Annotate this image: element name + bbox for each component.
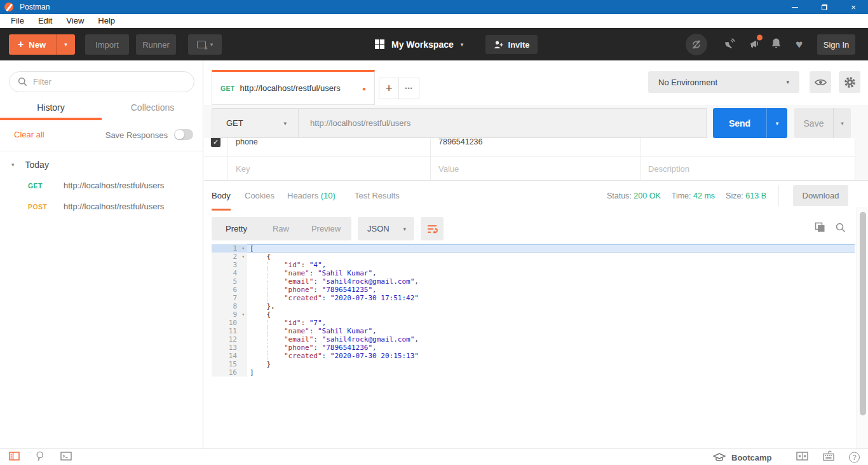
value-placeholder[interactable]: Value	[438, 164, 459, 174]
proxy-button[interactable]	[723, 37, 736, 52]
sync-disabled-button[interactable]	[686, 34, 707, 55]
menu-file[interactable]: File	[4, 14, 31, 28]
url-input[interactable]	[299, 109, 706, 137]
param-new-row[interactable]: Key Value Description	[204, 157, 855, 180]
vertical-scrollbar[interactable]	[857, 207, 868, 448]
format-selector[interactable]: JSON ▾	[358, 217, 414, 240]
view-raw[interactable]: Raw	[261, 217, 301, 240]
collapse-caret-icon[interactable]: ▾	[11, 162, 15, 168]
import-button[interactable]: Import	[85, 34, 129, 55]
new-button[interactable]: + New	[9, 34, 56, 55]
wrap-lines-button[interactable]	[421, 217, 444, 240]
code-line: ]	[247, 368, 254, 377]
tab-collections[interactable]: Collections	[102, 97, 203, 120]
description-placeholder[interactable]: Description	[648, 164, 689, 174]
bootcamp-button[interactable]: Bootcamp	[713, 449, 772, 465]
response-body-editor[interactable]: 1▾[2▾ {3 "id": "4",4 "name": "Sahil Kuma…	[212, 244, 855, 448]
toggle-sidebar-button[interactable]	[9, 452, 20, 463]
params-table: ✓ phone 7896541236 Key Value Description	[204, 138, 855, 180]
param-value[interactable]: 7896541236	[438, 138, 483, 146]
editor-line[interactable]: 6 "phone": "7896541235",	[212, 286, 855, 294]
settings-button[interactable]	[839, 71, 860, 93]
editor-line[interactable]: 13 "phone": "7896541236",	[212, 344, 855, 352]
tab-history[interactable]: History	[0, 97, 102, 120]
environment-preview-button[interactable]	[810, 71, 831, 93]
close-button[interactable]: ×	[839, 0, 868, 14]
announcements-button[interactable]	[749, 37, 761, 52]
editor-line[interactable]: 2▾ {	[212, 253, 855, 261]
editor-line[interactable]: 3 "id": "4",	[212, 261, 855, 269]
notifications-button[interactable]	[771, 37, 782, 52]
two-pane-view-button[interactable]	[796, 452, 808, 463]
tab-cookies[interactable]: Cookies	[245, 181, 275, 211]
editor-line[interactable]: 15 }	[212, 360, 855, 368]
view-preview[interactable]: Preview	[301, 217, 351, 240]
code-line: },	[247, 302, 275, 310]
fold-caret-icon[interactable]: ▾	[241, 244, 245, 253]
line-number: 7	[233, 294, 237, 302]
key-placeholder[interactable]: Key	[236, 164, 250, 174]
history-item[interactable]: GEThttp://localhost/restful/users	[0, 175, 203, 196]
param-key[interactable]: phone	[236, 138, 258, 146]
clear-all-link[interactable]: Clear all	[14, 130, 44, 139]
minimize-button[interactable]	[780, 0, 810, 14]
new-window-button[interactable]: ▾	[188, 34, 222, 55]
view-pretty[interactable]: Pretty	[212, 217, 261, 240]
filter-input[interactable]	[33, 77, 173, 87]
notification-dot	[757, 34, 763, 40]
signin-button[interactable]: Sign In	[817, 34, 855, 55]
param-checkbox[interactable]: ✓	[211, 138, 220, 147]
workspace-selector[interactable]: My Workspace ▾	[375, 28, 463, 60]
editor-line[interactable]: 7 "created": "2020-07-30 17:51:42"	[212, 294, 855, 302]
environment-selector[interactable]: No Environment ▾	[648, 71, 799, 93]
view-mode-switch: Pretty Raw Preview	[212, 217, 351, 240]
search-icon	[18, 77, 27, 87]
fold-caret-icon[interactable]: ▾	[241, 310, 245, 319]
save-responses-toggle[interactable]	[174, 129, 193, 140]
line-number: 14	[229, 352, 237, 360]
help-button[interactable]: ?	[849, 452, 860, 462]
tab-test-results[interactable]: Test Results	[355, 181, 400, 211]
tab-body[interactable]: Body	[212, 181, 231, 211]
tab-headers[interactable]: Headers (10)	[287, 181, 336, 211]
download-button[interactable]: Download	[793, 185, 848, 206]
editor-gutter: 10	[212, 319, 247, 327]
menu-edit[interactable]: Edit	[31, 14, 59, 28]
new-dropdown-button[interactable]: ▾	[56, 34, 75, 55]
history-group-today[interactable]: ▾ Today	[0, 156, 203, 174]
history-item[interactable]: POSThttp://localhost/restful/users	[0, 196, 203, 217]
heart-button[interactable]: ♥	[796, 38, 803, 52]
maximize-button[interactable]	[810, 0, 839, 14]
new-tab-button[interactable]: +	[379, 78, 399, 99]
code-line: "email": "sahil4rock@gmail.com",	[247, 335, 419, 344]
runner-button[interactable]: Runner	[136, 34, 176, 55]
search-response-button[interactable]	[836, 223, 846, 235]
editor-line[interactable]: 14 "created": "2020-07-30 20:15:13"	[212, 352, 855, 360]
send-dropdown-button[interactable]: ▾	[766, 108, 787, 138]
copy-button[interactable]	[815, 222, 825, 235]
editor-line[interactable]: 5 "email": "sahil4rock@gmail.com",	[212, 277, 855, 286]
tab-options-button[interactable]: •••	[398, 78, 419, 99]
editor-line[interactable]: 12 "email": "sahil4rock@gmail.com",	[212, 335, 855, 344]
editor-line[interactable]: 9▾ {	[212, 310, 855, 319]
invite-button[interactable]: Invite	[485, 35, 538, 54]
param-row[interactable]: ✓ phone 7896541236	[204, 138, 855, 157]
scrollbar-thumb[interactable]	[860, 212, 866, 415]
save-button[interactable]: Save	[794, 108, 833, 138]
menu-view[interactable]: View	[59, 14, 91, 28]
editor-line[interactable]: 8 },	[212, 302, 855, 310]
global-search-button[interactable]	[36, 451, 46, 464]
console-button[interactable]	[60, 452, 72, 463]
menu-help[interactable]: Help	[91, 14, 122, 28]
editor-line[interactable]: 4 "name": "Sahil Kumar",	[212, 269, 855, 277]
method-selector[interactable]: GET ▾	[212, 108, 299, 138]
editor-line[interactable]: 10 "id": "7",	[212, 319, 855, 327]
editor-line[interactable]: 16]	[212, 368, 855, 377]
editor-line[interactable]: 11 "name": "Sahil Kumar",	[212, 327, 855, 335]
save-dropdown-button[interactable]: ▾	[833, 108, 851, 138]
request-tab[interactable]: GET http://localhost/restful/users ●	[212, 70, 375, 105]
shortcuts-button[interactable]	[822, 450, 835, 464]
fold-caret-icon[interactable]: ▾	[241, 253, 245, 261]
editor-line[interactable]: 1▾[	[212, 244, 855, 253]
send-button[interactable]: Send	[713, 108, 766, 138]
